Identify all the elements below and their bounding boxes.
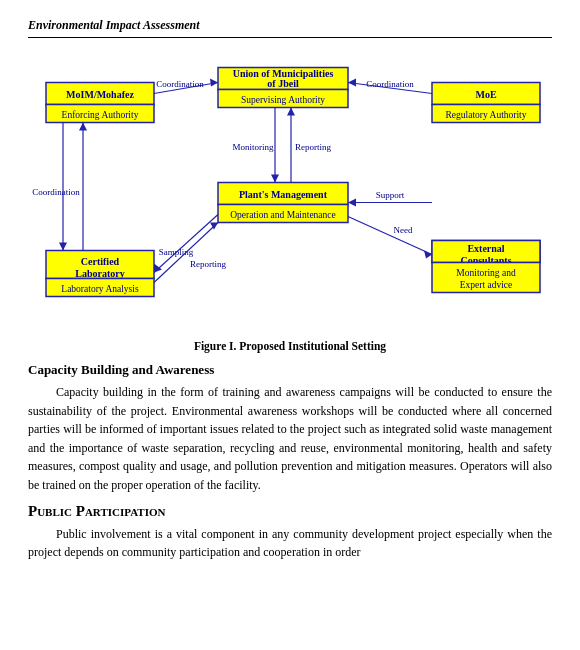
public-section: Public Participation Public involvement … (28, 503, 552, 562)
svg-text:Need: Need (394, 225, 413, 235)
svg-line-56 (348, 217, 432, 255)
svg-marker-48 (154, 264, 162, 273)
svg-text:Reporting: Reporting (295, 142, 331, 152)
svg-marker-34 (348, 79, 356, 87)
svg-text:Coordination: Coordination (366, 79, 414, 89)
svg-text:External: External (467, 243, 504, 254)
capacity-title: Capacity Building and Awareness (28, 362, 552, 378)
diagram-area: MoIM/Mohafez Enforcing Authority Union o… (28, 52, 552, 332)
svg-text:Plant's Management: Plant's Management (239, 189, 328, 200)
svg-text:Operation and Maintenance: Operation and Maintenance (230, 210, 336, 220)
svg-text:Expert advice: Expert advice (460, 280, 513, 290)
page-header: Environmental Impact Assessment (28, 18, 552, 38)
header-title: Environmental Impact Assessment (28, 18, 200, 32)
svg-text:Laboratory Analysis: Laboratory Analysis (61, 284, 139, 294)
svg-text:Monitoring and: Monitoring and (456, 268, 516, 278)
svg-text:Laboratory: Laboratory (75, 268, 124, 279)
capacity-section: Capacity Building and Awareness Capacity… (28, 362, 552, 495)
capacity-body: Capacity building in the form of trainin… (28, 383, 552, 495)
svg-text:MoIM/Mohafez: MoIM/Mohafez (66, 89, 134, 100)
svg-text:Reporting: Reporting (190, 259, 226, 269)
svg-marker-43 (59, 243, 67, 251)
svg-marker-39 (287, 108, 295, 116)
svg-text:Supervising Authority: Supervising Authority (241, 95, 325, 105)
svg-text:Coordination: Coordination (32, 187, 80, 197)
svg-text:Certified: Certified (81, 256, 120, 267)
svg-marker-54 (348, 199, 356, 207)
public-body: Public involvement is a vital component … (28, 525, 552, 562)
institutional-diagram: MoIM/Mohafez Enforcing Authority Union o… (28, 52, 552, 332)
svg-text:Enforcing Authority: Enforcing Authority (62, 110, 139, 120)
public-title: Public Participation (28, 503, 552, 520)
svg-text:Monitoring: Monitoring (232, 142, 274, 152)
svg-marker-57 (424, 251, 432, 259)
svg-text:Support: Support (376, 190, 405, 200)
svg-text:Coordination: Coordination (156, 79, 204, 89)
svg-text:Sampling: Sampling (159, 247, 194, 257)
svg-marker-37 (271, 175, 279, 183)
diagram-caption: Figure I. Proposed Institutional Setting (28, 340, 552, 352)
svg-marker-45 (79, 123, 87, 131)
svg-marker-31 (210, 79, 218, 87)
svg-text:of Jbeil: of Jbeil (267, 78, 299, 89)
svg-text:MoE: MoE (475, 89, 496, 100)
svg-text:Regulatory Authority: Regulatory Authority (445, 110, 526, 120)
